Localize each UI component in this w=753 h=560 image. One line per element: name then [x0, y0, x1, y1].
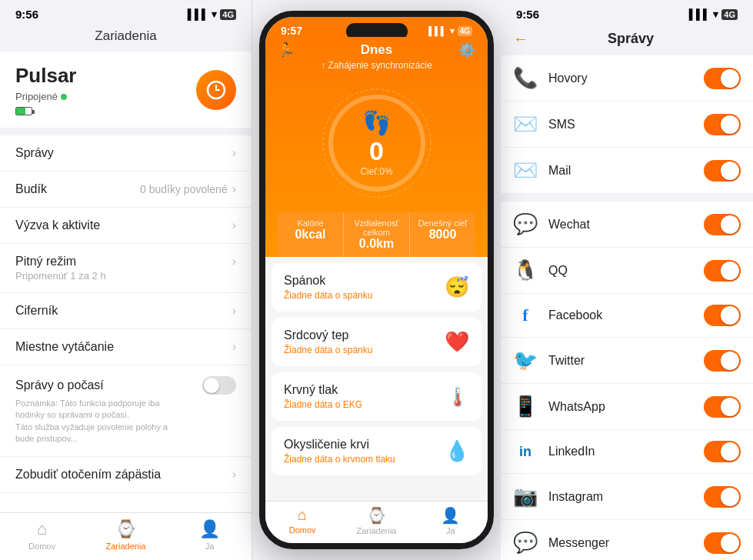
phone-tab-zariadenia[interactable]: ⌚ Zariadenia [339, 506, 413, 535]
phone-tab-domov-label: Domov [289, 525, 316, 535]
tab-domov[interactable]: ⌂ Domov [0, 519, 84, 551]
menu-label-spravy: Správy [15, 146, 54, 160]
device-icon [196, 70, 236, 110]
right-time: 9:56 [516, 8, 539, 21]
sms-toggle[interactable] [704, 114, 741, 135]
phone-battery: 4G [458, 26, 472, 36]
hovory-toggle[interactable] [704, 68, 741, 89]
device-card: Pulsar Pripojené [0, 52, 252, 128]
stat-vzdialenost: Vzdialenosť celkom 0.0km [344, 212, 410, 257]
pocasi-toggle[interactable] [202, 376, 236, 395]
menu-item-pitny[interactable]: Pitný režim › Pripomenúť 1 za 2 h [0, 244, 252, 293]
menu-label-pocasi: Správy o počasí [15, 378, 104, 392]
phone-tab-ja-label: Ja [446, 526, 455, 535]
card-okyslic[interactable]: Okysličenie krvi Žiadne dáta o krvnom tl… [272, 427, 481, 475]
phone-tab-domov[interactable]: ⌂ Domov [265, 506, 339, 535]
notif-hovory: 📞 Hovory [501, 55, 753, 102]
right-panel: 9:56 ▌▌▌ ▾ 4G ← Správy 📞 Hovory ✉️ SMS [501, 0, 753, 560]
tab-ja[interactable]: 👤 Ja [168, 519, 252, 551]
okyslic-sub: Žiadne dáta o krvnom tlaku [284, 454, 395, 465]
left-status-bar: 9:56 ▌▌▌ ▾ 4G [0, 0, 252, 25]
right-status-icons: ▌▌▌ ▾ 4G [689, 8, 738, 20]
stat-kalorie: Kalórie 0kcal [278, 212, 344, 257]
notif-linkedin: in LinkedIn [501, 430, 753, 474]
home-icon: ⌂ [37, 519, 47, 539]
toggle-knob [204, 378, 219, 393]
card-spanok[interactable]: Spánok Žiadne dáta o spánku 😴 [272, 263, 481, 312]
right-title: Správy [536, 31, 741, 47]
whatsapp-toggle[interactable] [704, 396, 741, 418]
qq-toggle[interactable] [704, 260, 741, 282]
status-text: Pripojené [15, 91, 58, 102]
krvny-info: Krvný tlak Žiadne dáta o EKG [284, 383, 362, 410]
instagram-label: Instagram [548, 490, 603, 504]
notif-instagram-left: 📷 Instagram [513, 485, 603, 508]
profile-icon: 👤 [199, 519, 220, 539]
left-tab-bar: ⌂ Domov ⌚ Zariadenia 👤 Ja [0, 512, 252, 560]
phone-frame: 9:57 ▌▌▌ ▾ 4G 🏃 Dnes ⚙️ ↑ Zahájenie sync… [259, 11, 494, 549]
battery-bar [15, 107, 32, 115]
card-srdcovy[interactable]: Srdcový tep Žiadne dáta o spánku ❤️ [272, 318, 481, 366]
phone-bottom-bar: ⌂ Domov ⌚ Zariadenia 👤 Ja [265, 501, 488, 543]
menu-item-vyzva[interactable]: Výzva k aktivite › [0, 208, 252, 244]
back-button[interactable]: ← [513, 30, 528, 48]
phone-scroll: Spánok Žiadne dáta o spánku 😴 Srdcový te… [265, 257, 488, 501]
whatsapp-label: WhatsApp [548, 400, 605, 414]
notif-messenger-left: 💬 Messenger [513, 531, 609, 555]
menu-item-budik[interactable]: Budík 0 budíky povolené › [0, 172, 252, 208]
stat-ciel: Denešný cieľ 8000 [410, 212, 475, 257]
menu-item-miestne[interactable]: Miestne vytáčanie › [0, 329, 252, 365]
srdcovy-title: Srdcový tep [284, 328, 372, 342]
right-battery-icon: 4G [721, 9, 738, 20]
chevron-icon-pitny: › [232, 255, 236, 268]
phone-share-icon[interactable]: ⚙️ [458, 42, 475, 58]
menu-list: Správy › Budík 0 budíky povolené › Výzva… [0, 135, 252, 512]
linkedin-icon: in [513, 444, 538, 460]
menu-label-pitny: Pitný režim [15, 255, 76, 268]
qq-icon: 🐧 [513, 258, 538, 282]
dial-steps: 0 [360, 136, 392, 166]
facebook-toggle[interactable] [704, 305, 741, 326]
right-wifi-icon: ▾ [713, 8, 718, 20]
menu-item-zobudit[interactable]: Zobudiť otočením zápästia › [0, 457, 252, 493]
connected-dot [61, 94, 67, 100]
wechat-icon: 💬 [513, 212, 538, 236]
dial-center: 👣 0 Cieľ:0% [360, 109, 392, 177]
menu-item-cifernik[interactable]: Ciferník › [0, 293, 252, 329]
instagram-toggle[interactable] [704, 486, 741, 508]
card-krvny[interactable]: Krvný tlak Žiadne dáta o EKG 🌡️ [272, 372, 481, 421]
okyslic-icon: 💧 [445, 439, 469, 463]
phone-home-icon: ⌂ [298, 506, 307, 524]
tab-zariadenia[interactable]: ⌚ Zariadenia [84, 519, 168, 551]
phone-tab-ja[interactable]: 👤 Ja [414, 506, 488, 535]
pocasi-note: Poznámka: Táto funkcia podporuje iba hod… [15, 398, 185, 445]
twitter-label: Twitter [548, 354, 585, 368]
spanok-icon: 😴 [445, 275, 469, 299]
srdcovy-sub: Žiadne dáta o spánku [284, 345, 372, 355]
circular-dial: 👣 0 Cieľ:0% [315, 82, 438, 205]
messenger-toggle[interactable] [704, 532, 741, 554]
chevron-icon-miestne: › [232, 340, 236, 354]
wechat-toggle[interactable] [704, 214, 741, 235]
phone-watch-icon: ⌚ [367, 506, 386, 525]
whatsapp-icon: 📱 [513, 395, 538, 418]
messenger-icon: 💬 [513, 531, 538, 555]
mail-toggle[interactable] [704, 160, 741, 182]
wechat-label: Wechat [548, 218, 590, 232]
phone-tab-zariadenia-label: Zariadenia [357, 526, 397, 535]
menu-item-spravy[interactable]: Správy › [0, 135, 252, 172]
hovory-icon: 📞 [513, 66, 538, 90]
phone-title: Dnes [361, 42, 393, 58]
stat-ciel-value: 8000 [413, 228, 472, 242]
notif-facebook-left: f Facebook [513, 305, 602, 325]
krvny-sub: Žiadne dáta o EKG [284, 399, 362, 410]
twitter-toggle[interactable] [704, 350, 741, 372]
notif-whatsapp: 📱 WhatsApp [501, 384, 753, 430]
notif-twitter-left: 🐦 Twitter [513, 348, 585, 372]
notif-whatsapp-left: 📱 WhatsApp [513, 395, 605, 418]
okyslic-title: Okysličenie krvi [284, 438, 395, 452]
menu-label-miestne: Miestne vytáčanie [15, 340, 114, 354]
linkedin-toggle[interactable] [704, 441, 741, 462]
chevron-icon-budik: › [232, 182, 236, 196]
middle-panel: 9:57 ▌▌▌ ▾ 4G 🏃 Dnes ⚙️ ↑ Zahájenie sync… [252, 0, 501, 560]
